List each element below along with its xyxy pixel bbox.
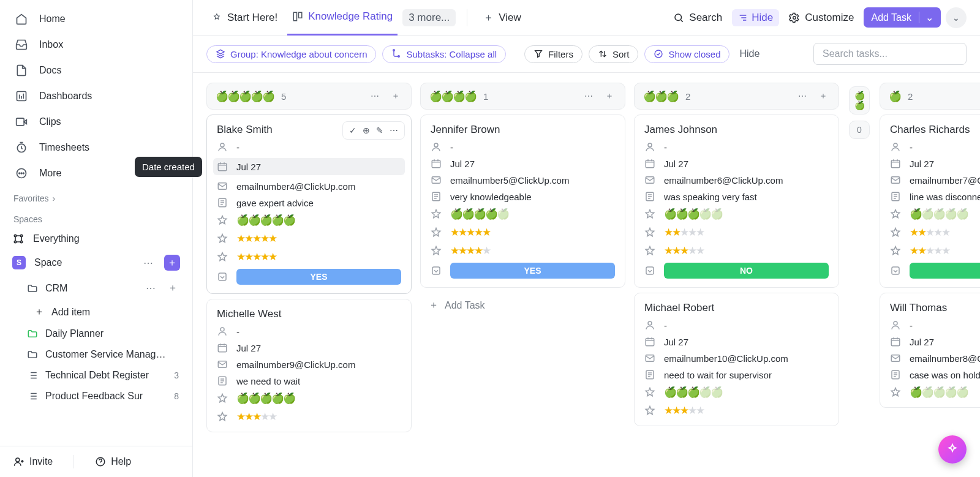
star-icon	[644, 209, 657, 220]
nav-clips[interactable]: Clips	[0, 109, 192, 135]
task-card[interactable]: Michelle West -Jul 27emailnumber9@ClickU…	[206, 299, 412, 432]
card-row: 🍏🍏🍏🍏🍏	[431, 208, 615, 220]
star-icon	[217, 215, 229, 226]
nav-inbox[interactable]: Inbox	[0, 32, 192, 58]
collapsed-column[interactable]: 🍏🍏 0	[848, 83, 871, 477]
tab-start-here[interactable]: Start Here!	[206, 0, 282, 36]
card-row: -	[890, 320, 980, 331]
hide-button[interactable]: Hide	[732, 9, 779, 26]
sidebar-item-tdr[interactable]: Technical Debt Register 3	[0, 365, 192, 386]
search-icon	[673, 12, 684, 23]
sidebar-item-crm[interactable]: CRM ⋯ ＋	[0, 276, 192, 301]
sidebar-item-pfs[interactable]: Product Feedback Sur 8	[0, 386, 192, 407]
chevron-down-icon[interactable]: ⌄	[919, 12, 933, 23]
add-task-row[interactable]: ＋Add Task	[420, 293, 625, 318]
crm-add-icon[interactable]: ＋	[165, 280, 180, 296]
nav-docs[interactable]: Docs	[0, 58, 192, 83]
column-more-icon[interactable]: ⋯	[368, 90, 382, 102]
card-row: was speaking very fast	[644, 191, 829, 202]
help-button[interactable]: Help	[95, 456, 131, 467]
crm-label: CRM	[45, 283, 67, 294]
search-tasks[interactable]	[813, 43, 967, 65]
row-value: Jul 27	[664, 337, 688, 347]
svg-point-4	[19, 173, 20, 174]
card-row: Jul 27	[890, 336, 980, 347]
crm-more-icon[interactable]: ⋯	[143, 281, 158, 295]
folder-icon	[27, 349, 38, 360]
sidebar-item-daily-planner[interactable]: Daily Planner	[0, 323, 192, 344]
add-item-row[interactable]: ＋ Add item	[0, 301, 192, 323]
space-more-icon[interactable]: ⋯	[141, 256, 156, 270]
card-row: -	[217, 141, 401, 152]
inbox-icon	[15, 38, 28, 51]
favorites-label[interactable]: Favorites›	[0, 186, 192, 207]
space-add-button[interactable]: ＋	[164, 255, 180, 271]
status-badge[interactable]: YES	[236, 269, 401, 285]
board[interactable]: 🍏🍏🍏🍏🍏 5 ⋯ ＋ ✓ ⊕ ✎ ⋯ Blake Smith -Jul 27e…	[193, 73, 980, 477]
column-more-icon[interactable]: ⋯	[796, 90, 809, 102]
svg-point-7	[14, 235, 16, 236]
card-row: emailnumber7@Clic	[890, 175, 980, 186]
status-badge[interactable]: NO	[910, 263, 980, 279]
task-card[interactable]: Jennifer Brown -Jul 27emailnumber5@Click…	[420, 115, 625, 288]
ai-fab[interactable]	[938, 435, 967, 464]
task-card[interactable]: Charles Richards -Jul 27emailnumber7@Cli…	[880, 115, 980, 288]
row-value: emailnumber9@ClickUp.com	[236, 359, 355, 370]
row-value: Jul 27	[450, 159, 475, 169]
add-task-button[interactable]: Add Task⌄	[864, 7, 941, 28]
svg-rect-39	[432, 160, 440, 168]
add-view-button[interactable]: ＋ View	[478, 0, 526, 36]
nav-dashboards[interactable]: Dashboards	[0, 83, 192, 109]
group-chip[interactable]: Group: Knowledge about concern	[206, 45, 376, 63]
overflow-button[interactable]: ⌄	[946, 7, 967, 28]
customize-button[interactable]: Customize	[784, 9, 859, 26]
filters-chip[interactable]: Filters	[524, 45, 582, 63]
add-subtask-icon[interactable]: ⊕	[363, 126, 370, 135]
gear-icon	[789, 12, 800, 23]
show-closed-chip[interactable]: Show closed	[644, 45, 729, 63]
column-more-icon[interactable]: ⋯	[582, 90, 595, 102]
sort-chip[interactable]: Sort	[589, 45, 639, 63]
card-row: -	[431, 141, 615, 152]
row-icon	[890, 191, 902, 202]
card-row: Jul 27	[644, 336, 829, 347]
board-column: 🍏🍏🍏 2 ⋯ ＋ James Johnson -Jul 27emailnumb…	[634, 83, 839, 477]
row-value: was speaking very fast	[664, 192, 757, 202]
tab-knowledge-rating[interactable]: Knowledge Rating	[287, 0, 398, 36]
card-row: emailnumber10@ClickUp.com	[644, 353, 829, 364]
column-add-icon[interactable]: ＋	[603, 89, 616, 103]
sidebar-item-space[interactable]: S Space ⋯ ＋	[0, 250, 192, 276]
search-input[interactable]	[823, 48, 957, 59]
invite-button[interactable]: Invite	[13, 456, 53, 467]
tab-more[interactable]: 3 more...	[402, 9, 456, 26]
card-row: 🍏🍏🍏🍏🍏	[890, 208, 980, 220]
task-card[interactable]: Michael Robert -Jul 27emailnumber10@Clic…	[634, 293, 839, 426]
star-icon	[890, 227, 902, 238]
folder-icon	[27, 328, 38, 339]
row-value: -	[450, 142, 453, 152]
complete-icon[interactable]: ✓	[349, 126, 356, 135]
column-count: 1	[483, 91, 488, 102]
card-row: -	[890, 141, 980, 152]
task-card[interactable]: James Johnson -Jul 27emailnumber6@ClickU…	[634, 115, 839, 288]
card-row: emailnumber8@Clic	[890, 353, 980, 364]
list-count: 8	[174, 391, 180, 401]
column-add-icon[interactable]: ＋	[816, 89, 830, 103]
sidebar-item-csm[interactable]: Customer Service Manage…	[0, 344, 192, 365]
card-row: Jul 27	[890, 158, 980, 169]
task-card[interactable]: ✓ ⊕ ✎ ⋯ Blake Smith -Jul 27emailnumber4@…	[206, 115, 412, 294]
search-button[interactable]: Search	[668, 9, 727, 26]
nav-home[interactable]: Home	[0, 6, 192, 32]
subtasks-chip[interactable]: Subtasks: Collapse all	[382, 45, 506, 63]
column-add-icon[interactable]: ＋	[389, 89, 402, 103]
task-card[interactable]: Will Thomas -Jul 27emailnumber8@Cliccase…	[880, 293, 980, 408]
view-label: View	[499, 12, 521, 24]
status-badge[interactable]: YES	[450, 263, 615, 279]
row-value: -	[236, 142, 239, 152]
edit-icon[interactable]: ✎	[376, 126, 383, 135]
hide-link[interactable]: Hide	[736, 48, 763, 59]
star-icon	[217, 252, 229, 263]
status-badge[interactable]: NO	[664, 263, 829, 279]
sidebar-item-everything[interactable]: Everything	[0, 228, 192, 250]
more-icon[interactable]: ⋯	[390, 126, 398, 135]
